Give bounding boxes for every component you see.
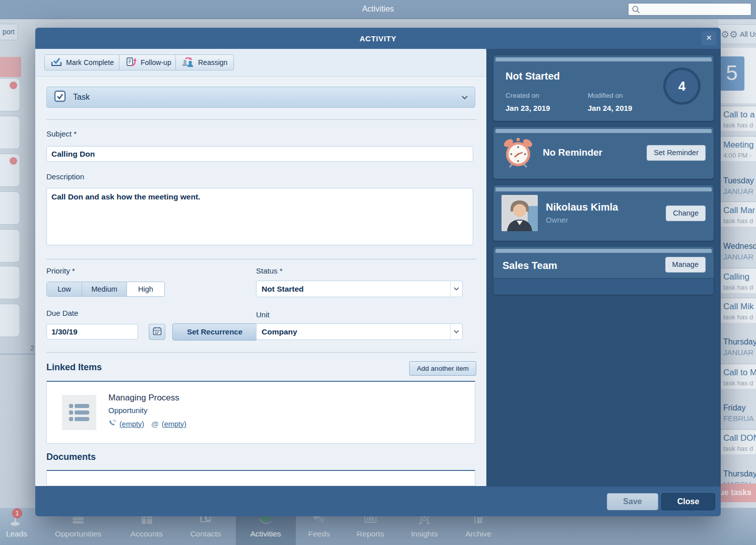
nav-label: Opportunities [50,529,106,538]
app-header: Activities [0,0,756,19]
card-accent-strip [495,187,712,191]
subject-input[interactable] [46,146,473,162]
search-box[interactable] [628,3,751,16]
unit-value: Company [262,327,297,336]
modal-header: ACTIVITY ✕ [35,28,721,49]
description-textarea[interactable]: Call Don and ask how the meeting went. [46,188,473,245]
modal-title: ACTIVITY [35,34,721,43]
set-recurrence-button[interactable]: Set Recurrence [172,323,257,340]
status-select[interactable]: Not Started [256,281,463,297]
unit-select[interactable]: Company [256,323,463,340]
close-button[interactable]: Close [661,493,715,510]
calendar-day-header: Tuesday JANUAR [718,173,756,196]
priority-segmented-control: Low Medium High [46,282,165,297]
reminder-text: No Reminder [543,147,602,158]
mark-complete-button[interactable]: Mark Complete [44,54,120,71]
chevron-down-icon [450,281,462,297]
nav-label: Contacts [178,529,233,538]
phone-empty-link[interactable]: (empty) [119,420,144,428]
search-icon [632,5,641,14]
priority-medium-button[interactable]: Medium [82,282,127,296]
list-item[interactable] [0,116,20,149]
save-button[interactable]: Save [607,493,658,510]
due-date-label: Due Date [46,309,78,317]
linked-item-title[interactable]: Managing Process [108,393,179,403]
event-subtitle: task has d [723,284,756,291]
linked-item-card[interactable]: Managing Process Opportunity (empty) @ (… [46,381,475,444]
due-date-input[interactable] [46,324,138,339]
calendar-day-header: Friday FEBRUA [718,400,756,423]
priority-high-button[interactable]: High [127,282,164,296]
divider [46,259,476,259]
list-item[interactable] [0,154,20,187]
nav-label: Activities [238,529,293,538]
calendar-event[interactable]: Call to M task has d [718,364,756,389]
calendar-event[interactable]: Call Mik task has d [718,298,756,323]
calendar-event[interactable]: Call DON task has d [718,429,756,454]
event-title: Calling [723,272,756,282]
calendar-event[interactable]: Calling task has d [718,268,756,293]
manage-team-button[interactable]: Manage [665,257,706,272]
event-title: Call Mik [723,302,756,312]
reassign-icon [182,57,194,69]
calendar-picker-button[interactable] [149,324,165,340]
card-accent-strip [495,249,712,253]
documents-panel [46,470,475,486]
event-subtitle: task has d [723,121,756,129]
list-item[interactable] [0,304,20,337]
date-tile[interactable]: 5 [719,56,744,91]
follow-up-button[interactable]: Follow-up [119,54,178,71]
add-another-item-button[interactable]: Add another item [409,361,476,376]
background-left-panel: port 2 [0,19,35,508]
calendar-day-header: Thursday JANUAR [718,334,756,357]
calendar-event[interactable]: Call to a task has d [718,106,756,131]
status-text: Not Started [506,71,560,82]
reassign-button[interactable]: Reassign [175,54,234,71]
calendar-day-header: Wednesd JANUAR [718,238,756,261]
chevron-down-icon [462,93,468,102]
day-title: Friday [723,403,756,413]
set-reminder-button[interactable]: Set Reminder [647,145,706,161]
list-item[interactable] [0,229,20,262]
status-value: Not Started [262,285,304,294]
day-month: JANUAR [723,187,756,195]
owner-name: Nikolaus Kimla [546,201,618,213]
follow-up-label: Follow-up [141,58,171,66]
owner-card: Nikolaus Kimla Owner Change [493,185,714,241]
event-title: Call to a [723,110,756,120]
reminder-card: No Reminder Set Reminder [493,127,714,179]
list-item[interactable] [0,266,20,299]
event-title: Call DON [723,433,756,443]
activity-type-value: Task [73,93,90,102]
divider [46,352,476,353]
calendar-event[interactable]: Call Mar task has d [718,201,756,227]
notification-dot [10,157,17,165]
day-month: JANUAR [723,348,756,357]
notification-dot [10,82,17,89]
modified-on-label: Modified on [588,92,623,99]
change-owner-button[interactable]: Change [666,206,706,221]
priority-low-button[interactable]: Low [47,282,82,296]
team-empty-row [493,278,714,295]
documents-heading: Documents [46,452,96,462]
follow-up-icon [125,57,137,69]
calendar-event[interactable]: Meeting 4:00 PM - [718,136,756,161]
overdue-tasks-banner[interactable]: ue tasks [718,484,756,502]
search-input[interactable] [641,5,751,15]
activity-count-badge: 4 [663,67,701,105]
close-icon[interactable]: ✕ [702,31,716,45]
report-button-partial[interactable]: port [0,24,18,40]
activity-type-select[interactable]: Task [46,87,475,108]
nav-label: Feeds [291,529,347,538]
all-users-filter[interactable]: ⚙⚙ All User [718,24,756,44]
chevron-down-icon [450,324,462,339]
priority-label: Priority * [46,266,75,275]
app-frame: Activities port 2 ⚙⚙ All User 5 Call t [0,0,756,545]
list-item[interactable] [0,78,20,111]
list-item[interactable] [0,191,20,225]
opportunity-icon [62,395,96,430]
modal-sidebar: Not Started Created on Jan 23, 2019 Modi… [486,49,721,486]
day-title: Thursday [723,337,756,347]
email-empty-link[interactable]: (empty) [162,420,186,428]
mark-complete-label: Mark Complete [66,58,114,66]
